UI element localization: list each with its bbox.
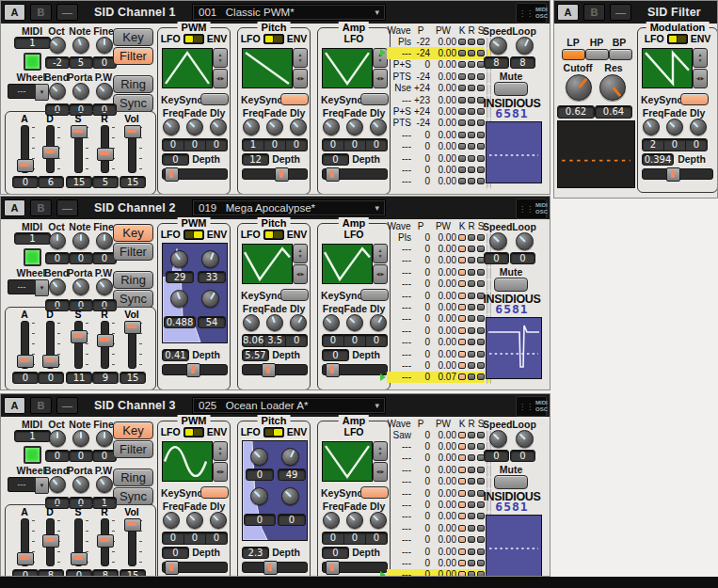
lfo-waveform-display[interactable] [242,48,293,88]
pulsewidth-cell[interactable]: 0.00 [430,141,456,151]
pulsewidth-cell[interactable]: 0.00 [430,48,456,58]
pulsewidth-cell[interactable]: 0.00 [430,95,456,105]
r-button[interactable] [468,432,475,438]
k-button[interactable] [458,315,466,322]
k-button[interactable] [458,73,466,80]
pulsewidth-cell[interactable]: 0.00 [430,453,456,463]
s-button[interactable] [477,39,485,45]
wheel-dropdown-button[interactable]: ▼ [35,477,49,494]
fade-value[interactable]: 0 [264,139,286,151]
wave-type-cell[interactable]: --- [387,176,411,186]
keysync-button[interactable] [360,93,389,105]
envelope-display[interactable]: 29 33 0.488 54 [162,243,228,343]
pulsewidth-cell[interactable]: 0.00 [430,523,456,533]
depth-value[interactable]: 12 [242,153,269,166]
lfo-env-switch[interactable] [263,427,284,437]
wave-type-cell[interactable]: P+S [387,59,411,70]
wave-up-down-spinner[interactable]: ▲▼ [373,244,388,263]
attack-slider[interactable]: A0 [11,505,38,577]
fade-value[interactable]: 0 [184,139,206,151]
dly-value[interactable]: 0 [366,532,387,544]
pitch-cell[interactable]: 0 [411,569,430,577]
ring-button[interactable]: Ring [113,469,153,486]
wavetable-row[interactable]: Saw 0 0.00 [387,429,485,440]
dly-knob[interactable] [370,119,387,135]
depth-slider-handle[interactable] [165,561,179,575]
r-button[interactable] [468,85,475,91]
lfo-env-switch[interactable] [263,34,284,44]
wave-type-cell[interactable]: --- [387,313,411,324]
volume-slider[interactable]: Vol15 [119,112,145,194]
env-value-1[interactable]: 0 [246,469,274,481]
wavetable-row[interactable]: --- 0 0.00 [387,476,485,487]
decay-slider[interactable]: D8 [37,505,63,577]
wave-type-cell[interactable]: Saw [387,430,411,440]
freq-knob[interactable] [323,119,340,135]
depth-slider-handle[interactable] [326,167,340,182]
depth-slider[interactable] [162,562,228,573]
bp-button[interactable] [609,49,632,60]
lfo-env-toggle[interactable]: LFO ENV [158,229,230,240]
wave-type-cell[interactable]: --- [387,465,411,475]
slider-handle[interactable] [42,534,59,548]
filter-button[interactable]: Filter [113,47,153,65]
wave-up-down-spinner[interactable]: ▲▼ [693,48,708,68]
depth-slider-handle[interactable] [275,167,289,182]
fine-knob[interactable] [96,430,113,447]
pulsewidth-cell[interactable]: 0.00 [430,465,456,475]
depth-slider-handle[interactable] [165,167,179,182]
filter-button[interactable]: Filter [113,440,153,458]
volume-value[interactable]: 15 [120,176,146,188]
lfo-env-toggle[interactable]: LFO ENV [238,33,310,44]
pitch-cell[interactable]: 0 [411,547,430,557]
keysync-button[interactable] [200,93,229,105]
wave-type-cell[interactable]: PTS [387,72,411,82]
depth-slider-handle[interactable] [326,561,340,575]
env-value-4[interactable]: 0 [278,514,306,526]
s-button[interactable] [477,548,485,555]
pitch-cell[interactable]: -24 [411,72,430,82]
r-button[interactable] [468,155,475,162]
porta-knob[interactable] [72,476,89,493]
r-button[interactable] [468,97,475,103]
pulsewidth-cell[interactable]: 0.00 [430,488,456,499]
depth-slider-handle[interactable] [326,363,340,377]
dly-knob[interactable] [690,119,707,135]
pulsewidth-cell[interactable]: 0.00 [430,534,456,545]
k-button[interactable] [458,246,466,252]
env-knob-4[interactable] [201,290,219,308]
s-button[interactable] [477,443,485,450]
lfo-env-toggle[interactable]: LFO ENV [238,229,310,240]
decay-value[interactable]: 0 [38,372,64,384]
depth-slider[interactable] [322,562,388,573]
s-button[interactable] [477,119,485,126]
r-button[interactable] [468,373,475,380]
preset-selector[interactable]: 019 Mega Apocalypse* ▾ [192,199,386,216]
attack-value[interactable]: 0 [12,569,39,577]
r-button[interactable] [468,50,475,56]
wave-left-right-spinner[interactable]: ◀▶ [373,462,388,482]
pulsewidth-cell[interactable]: 0.00 [430,441,456,452]
dly-value[interactable]: 0 [206,532,227,544]
oct-knob[interactable] [49,232,66,249]
pitch-cell[interactable]: 0 [411,500,430,510]
wavetable-row[interactable]: PTS -24 0.00 [387,71,485,82]
r-button[interactable] [468,61,475,68]
ring-button[interactable]: Ring [113,271,153,289]
res-knob[interactable] [599,74,626,101]
sustain-value[interactable]: 0 [66,569,92,577]
lfo-env-toggle[interactable]: LFO ENV [158,426,230,437]
wave-type-cell[interactable]: --- [387,547,411,557]
oct-value[interactable]: 0 [45,252,70,264]
pulsewidth-cell[interactable]: 0.00 [430,337,456,347]
speed-value[interactable]: 8 [484,56,509,69]
pulsewidth-cell[interactable]: 0.00 [430,291,456,301]
wave-type-cell[interactable]: --- [387,130,411,140]
pitch-cell[interactable]: 0 [411,255,430,265]
pitch-cell[interactable]: 0 [411,313,430,324]
pitch-cell[interactable]: 0 [411,465,430,475]
loop-knob[interactable] [516,232,534,250]
slider-handle[interactable] [124,518,141,532]
lp-button[interactable] [562,49,585,60]
dly-value[interactable]: 0 [366,139,387,151]
